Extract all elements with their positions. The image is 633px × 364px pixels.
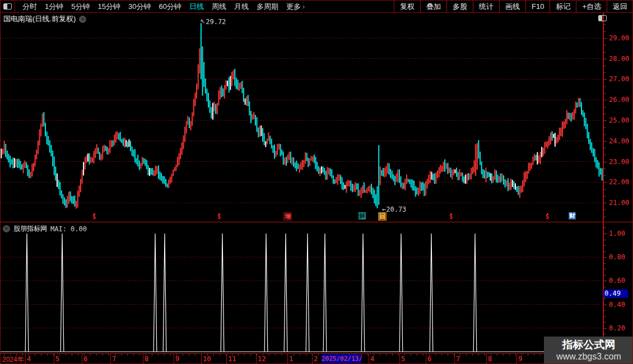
month-separator xyxy=(54,354,54,364)
period-tab-30分钟[interactable]: 30分钟 xyxy=(124,2,155,12)
indicator-tick-label: 1.00 xyxy=(609,230,625,237)
watermark-title: 指标公式网 xyxy=(562,339,616,351)
period-tab-1分钟[interactable]: 1分钟 xyxy=(41,2,67,12)
panel-split-icon[interactable] xyxy=(598,15,607,21)
candlestick-chart[interactable] xyxy=(1,13,603,222)
month-label: 10 xyxy=(203,355,211,363)
tool-button-标记[interactable]: 标记 xyxy=(550,1,576,12)
period-tab-日线[interactable]: 日线 xyxy=(185,2,208,12)
price-minor-tick xyxy=(604,45,606,45)
month-label: 5 xyxy=(401,355,405,363)
indicator-tickmark xyxy=(604,234,607,234)
week-tick xyxy=(281,354,282,356)
tool-button-复权[interactable]: 复权 xyxy=(394,1,420,12)
week-tick xyxy=(10,354,11,356)
week-tick xyxy=(238,354,239,356)
event-marker-dividend-icon[interactable]: ▲S xyxy=(449,212,453,220)
indicator-tick-label: 0.20 xyxy=(609,324,625,332)
time-axis[interactable]: 2024年 2025/02/13/四 45678910111212456789 xyxy=(1,353,633,364)
chevron-down-icon[interactable]: ˅ xyxy=(3,225,10,232)
indicator-tickmark xyxy=(604,281,607,281)
tool-button-返回[interactable]: 返回 xyxy=(607,1,633,12)
price-tickmark xyxy=(604,203,607,203)
dividend-letter: S xyxy=(92,214,96,220)
week-tick xyxy=(472,354,473,356)
dividend-letter: S xyxy=(217,214,221,220)
period-tab-多周期[interactable]: 多周期 xyxy=(253,2,282,12)
price-minor-tick xyxy=(604,107,606,108)
month-label: 6 xyxy=(427,355,431,363)
indicator-minor-tick xyxy=(604,310,606,311)
indicator-spike xyxy=(25,234,29,352)
week-tick xyxy=(90,354,91,356)
week-tick xyxy=(503,354,504,356)
indicator-chart[interactable] xyxy=(1,222,603,353)
week-tick xyxy=(16,354,17,356)
week-tick xyxy=(139,354,140,356)
month-label: 2 xyxy=(314,355,318,363)
tool-button-+自选[interactable]: +自选 xyxy=(576,1,607,12)
watermark: 指标公式网 www.zbgs3.com xyxy=(544,337,633,364)
indicator-spike xyxy=(473,234,477,352)
tool-button-多股[interactable]: 多股 xyxy=(446,1,473,12)
week-tick xyxy=(491,354,491,356)
week-tick xyxy=(263,354,263,356)
period-tab-周线[interactable]: 周线 xyxy=(208,2,230,12)
indicator-spike xyxy=(399,234,403,352)
stock-title: 国电南瑞(日线.前复权) xyxy=(3,14,76,24)
week-tick xyxy=(429,354,430,356)
week-tick xyxy=(466,354,467,356)
indicator-minor-tick xyxy=(604,245,606,246)
tool-button-画线[interactable]: 画线 xyxy=(499,1,525,12)
tool-button-统计[interactable]: 统计 xyxy=(473,1,499,12)
month-label: 4 xyxy=(370,355,374,363)
event-marker-issuance[interactable]: 增 xyxy=(283,212,292,221)
chevron-down-icon[interactable]: ˅ xyxy=(79,16,86,23)
week-tick xyxy=(47,354,48,356)
indicator-tick-label: 0.60 xyxy=(609,277,625,284)
week-tick xyxy=(115,354,115,356)
week-tick xyxy=(380,354,380,356)
week-tick xyxy=(509,354,510,356)
price-tickmark xyxy=(604,162,607,162)
month-separator xyxy=(110,354,111,364)
week-tick xyxy=(257,354,257,356)
week-tick xyxy=(454,354,454,356)
month-label: 11 xyxy=(228,355,236,363)
period-menu: 分时1分钟5分钟15分钟30分钟60分钟日线周线月线多周期更多› xyxy=(1,1,305,12)
week-tick xyxy=(189,354,189,356)
week-tick xyxy=(4,354,4,356)
week-tick xyxy=(250,354,251,356)
period-tab-15分钟[interactable]: 15分钟 xyxy=(94,2,124,12)
price-tick-label: 27.00 xyxy=(609,75,629,83)
price-tick-label: 25.00 xyxy=(609,116,629,124)
event-marker-dividend-icon[interactable]: ▲S xyxy=(92,212,96,220)
week-tick xyxy=(485,354,485,356)
selected-date-marker: 2025/02/13/四 xyxy=(322,354,361,363)
week-tick xyxy=(404,354,405,356)
week-tick xyxy=(417,354,417,356)
period-tab-5分钟[interactable]: 5分钟 xyxy=(67,2,94,12)
indicator-spike xyxy=(221,234,224,352)
price-minor-tick xyxy=(604,169,606,169)
event-marker-report[interactable]: 财 xyxy=(569,212,576,220)
period-tab-月线[interactable]: 月线 xyxy=(230,2,253,12)
indicator-minor-tick xyxy=(604,240,606,240)
event-marker-unlock[interactable]: 解 xyxy=(359,212,366,220)
week-tick xyxy=(460,354,460,356)
event-marker-buyback[interactable]: 回 xyxy=(378,212,387,221)
more-arrow-icon: › xyxy=(302,3,305,11)
window-layout-icon[interactable] xyxy=(3,3,12,10)
period-tab-分时[interactable]: 分时 xyxy=(18,2,41,12)
week-tick xyxy=(478,354,479,356)
week-tick xyxy=(158,354,159,356)
period-tab-60分钟[interactable]: 60分钟 xyxy=(155,2,185,12)
event-marker-dividend-icon[interactable]: ▲S xyxy=(546,212,549,220)
week-tick xyxy=(367,354,368,356)
month-label: 5 xyxy=(55,355,59,363)
tool-button-叠加[interactable]: 叠加 xyxy=(420,1,446,12)
indicator-tickmark xyxy=(604,257,607,258)
event-marker-dividend-icon[interactable]: ▲S xyxy=(217,212,221,220)
tool-button-F10[interactable]: F10 xyxy=(525,1,550,12)
period-tab-更多[interactable]: 更多 xyxy=(282,2,305,12)
